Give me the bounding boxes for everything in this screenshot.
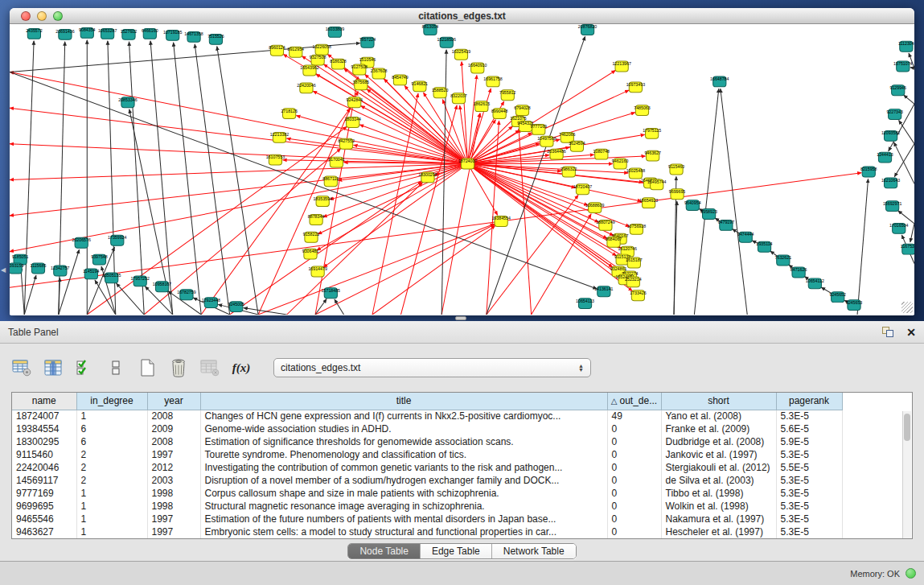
table-selector-dropdown[interactable]: citations_edges.txt ▲▼ [273,358,591,377]
table-cell[interactable]: 9115460 [12,448,76,461]
network-node[interactable]: 9170041 [328,157,345,167]
network-node[interactable]: 1167534 [901,244,914,254]
network-node[interactable]: 3624594 [569,141,585,151]
network-node[interactable]: 20206576 [72,237,91,248]
network-node[interactable]: 8813054 [422,24,439,35]
network-node[interactable]: 9227343 [886,109,903,120]
network-node[interactable]: 17359924 [108,235,127,245]
network-node[interactable]: 9242844 [346,97,363,108]
table-cell[interactable]: Dudbridge et al. (2008) [661,435,776,448]
network-node[interactable]: 16640910 [468,63,487,73]
network-node[interactable]: 13226058 [312,44,331,55]
table-cell[interactable]: Estimation of the future numbers of pati… [200,513,607,525]
table-cell[interactable]: 5.3E-5 [776,410,842,422]
column-header-pagerank[interactable]: pagerank [776,393,842,410]
network-node[interactable]: 1244413 [877,152,893,163]
network-node[interactable]: 18300295 [418,172,437,183]
network-node[interactable]: 16782759 [177,290,196,300]
network-node[interactable]: 22420046 [297,83,316,93]
network-node[interactable]: 8912954 [288,47,305,57]
table-cell[interactable]: Genome-wide association studies in ADHD. [200,422,607,435]
network-node[interactable]: 10654113 [576,299,594,309]
table-cell[interactable]: Tibbo et al. (1998) [661,487,776,500]
network-node[interactable]: 10497568 [537,136,556,146]
network-node[interactable]: 20364486 [547,149,566,159]
network-node[interactable]: 6794028 [514,105,531,116]
zoom-window-icon[interactable] [53,11,63,21]
table-cell[interactable]: Hescheler et al. (1997) [661,525,776,538]
network-node[interactable]: 9115460 [668,164,684,175]
delete-table-icon[interactable] [168,357,189,378]
network-node[interactable]: 16648784 [710,76,729,87]
network-node[interactable]: 8322037 [450,93,467,104]
network-node[interactable]: 14136141 [594,286,614,297]
network-node[interactable]: 10688609 [585,203,605,213]
table-cell[interactable]: 18300295 [12,435,76,448]
table-cell[interactable]: 22420046 [12,461,76,474]
table-cell[interactable]: 5.6E-5 [776,422,842,435]
table-cell[interactable]: Wolkin et al. (1998) [661,500,776,513]
network-node[interactable]: 17016504 [889,223,909,233]
network-node[interactable]: 10654112 [806,278,824,289]
table-cell[interactable]: 5.3E-5 [776,474,842,487]
network-node[interactable]: 15751074 [893,61,913,72]
network-node[interactable]: 9684067 [606,237,622,247]
table-cell[interactable]: 2 [76,474,147,487]
table-cell[interactable]: 0 [607,435,661,448]
network-node[interactable]: 12342757 [51,266,70,276]
resize-grip[interactable] [901,302,913,313]
network-window[interactable]: citations_edges.txt 18724007896012489129… [10,8,914,315]
network-node[interactable]: 20876820 [578,24,598,35]
network-node[interactable]: 2986322 [561,167,577,177]
network-node[interactable]: 17975115 [643,128,661,138]
network-node[interactable]: 9245653 [846,300,863,311]
table-cell[interactable]: 2008 [147,410,200,422]
network-node[interactable]: 7857224 [359,37,376,47]
node-attribute-table[interactable]: namein_degreeyeartitle△out_de...shortpag… [12,393,843,538]
network-node[interactable]: 9699695 [669,189,686,200]
function-builder-icon[interactable]: f(x) [231,357,252,378]
table-cell[interactable]: 0 [607,422,661,435]
table-cell[interactable]: Nakamura et al. (1997) [661,513,776,525]
table-cell[interactable]: 5.3E-5 [776,500,842,513]
table-cell[interactable]: 1 [76,410,147,422]
table-cell[interactable]: Corpus callosum shape and size in male p… [200,487,607,500]
network-node[interactable]: 6466160 [142,28,158,39]
table-cell[interactable]: Embryonic stem cells: a model to study s… [200,525,607,538]
table-row[interactable]: 946554611997Estimation of the future num… [12,513,842,525]
network-node[interactable]: 16325419 [452,49,471,60]
network-node[interactable]: 1588520 [432,88,449,98]
network-node[interactable]: 8454749 [392,75,409,85]
minimize-window-icon[interactable] [37,11,47,21]
table-cell[interactable]: 1 [76,487,147,500]
network-node[interactable]: 2523214 [625,277,642,287]
network-node[interactable]: 8471626 [791,267,807,278]
table-cell[interactable]: 1998 [147,500,200,513]
network-node[interactable]: 14671358 [184,31,203,42]
select-attributes-icon[interactable] [74,357,95,378]
network-node[interactable]: 3875685 [353,80,370,90]
network-node[interactable]: 2803144 [344,117,361,128]
network-node[interactable]: 8958923 [700,209,717,220]
network-canvas[interactable]: 1872400789601248912954132260589327508818… [10,24,914,315]
table-cell[interactable]: 0 [607,513,661,525]
network-node[interactable]: 9146821 [412,81,429,92]
table-cell[interactable]: Stergiakouli et al. (2012) [661,461,776,474]
network-node[interactable]: 10958167 [153,282,172,292]
table-row[interactable]: 977716911998Corpus callosum shape and si… [12,487,842,500]
float-panel-icon[interactable] [882,327,895,338]
network-node[interactable]: 17957252 [130,276,150,286]
network-node[interactable]: 16543962 [300,65,319,76]
table-row[interactable]: 1830029562008Estimation of significance … [12,435,842,448]
rows-icon[interactable] [105,357,126,378]
network-node[interactable]: 15718485 [322,288,341,299]
table-cell[interactable]: 2008 [147,435,200,448]
table-cell[interactable]: 9699695 [12,500,76,513]
table-row[interactable]: 969969511998Structural magnetic resonanc… [12,500,842,513]
table-cell[interactable]: 5.3E-5 [776,448,842,461]
network-node[interactable]: 1733426 [630,290,647,301]
table-cell[interactable]: Tourette syndrome. Phenomenology and cla… [200,448,607,461]
table-cell[interactable]: de Silva et al. (2003) [661,474,776,487]
table-cell[interactable]: 1 [76,513,147,525]
table-cell[interactable]: 9777169 [12,487,76,500]
